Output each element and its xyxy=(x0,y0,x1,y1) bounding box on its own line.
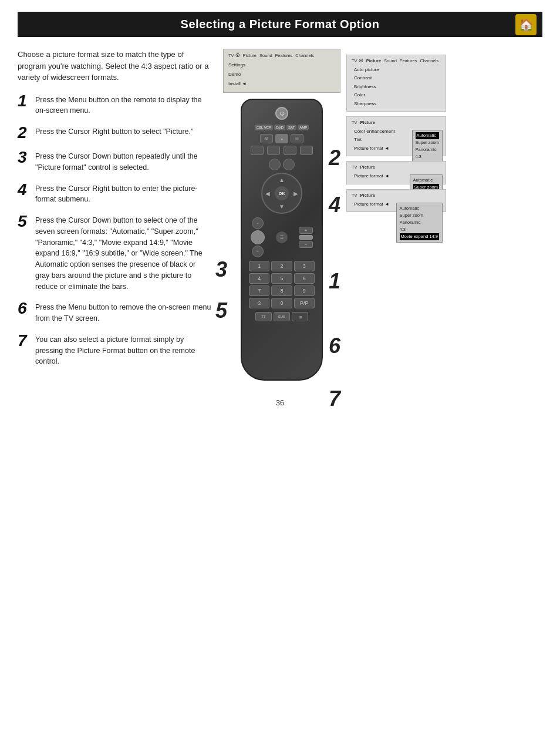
nav-btn-right-top[interactable]: ⊟ xyxy=(291,134,303,143)
power-button[interactable]: ⏻ xyxy=(275,107,288,120)
step-overlay-2: 2 xyxy=(329,146,340,170)
num-5-button[interactable]: 5 xyxy=(271,273,292,284)
sub3-automatic: Automatic xyxy=(413,177,439,184)
ch-plus-button[interactable]: + xyxy=(299,227,313,234)
plus-left-button[interactable]: + xyxy=(252,217,264,229)
num-3-button[interactable]: 3 xyxy=(294,261,315,271)
nav-btn-left[interactable] xyxy=(251,146,264,155)
minus-left-button[interactable]: − xyxy=(252,246,264,257)
sub4-movie: Movie expand 14:9 xyxy=(400,233,439,240)
step-overlay-1: 1 xyxy=(329,269,340,294)
sub-automatic: Automatic xyxy=(416,132,439,139)
subtitle-button[interactable]: SUB xyxy=(274,312,290,321)
step-2-number: 2 xyxy=(18,125,29,141)
demo-item: Demo xyxy=(228,70,247,79)
step-2-text: Press the Cursor Right button to select … xyxy=(35,125,193,137)
step-5-text: Press the Cursor Down button to select o… xyxy=(35,213,211,292)
sub-super-zoom: Super zoom xyxy=(416,139,439,146)
num-pp-button[interactable]: P/P xyxy=(294,298,315,308)
menu-button-center: ☰ xyxy=(276,231,288,243)
sub4-panoramic: Panoramic xyxy=(400,219,439,226)
num-9-button[interactable]: 9 xyxy=(294,285,315,296)
menu-button[interactable]: ☰ xyxy=(276,231,288,243)
nav-top-row: ⚙ ● ⊟ xyxy=(248,134,316,143)
step-4-text: Press the Cursor Right button to enter t… xyxy=(35,182,211,206)
main-content: Choose a picture format size to match th… xyxy=(18,49,542,381)
nav-btn-left-top[interactable]: ⚙ xyxy=(260,134,273,143)
nav-circle[interactable]: ▲ ▼ ◀ ▶ OK xyxy=(261,173,302,214)
step-7: 7 You can also select a picture format s… xyxy=(18,332,211,367)
nav-area: ▲ ▼ ◀ ▶ OK xyxy=(248,159,316,214)
scr4-picture: Picture xyxy=(360,193,375,198)
sub4-automatic: Automatic xyxy=(400,205,439,212)
scr1-menubar: TV ⦿ Picture Sound Features Channels xyxy=(352,58,441,63)
nav-btn-4[interactable] xyxy=(300,146,313,155)
scr3-tv: TV xyxy=(352,164,357,170)
nav-up-arrow: ▲ xyxy=(279,177,285,183)
num-10-button[interactable]: ⊙ xyxy=(249,298,269,308)
scr2-tv: TV xyxy=(352,120,357,125)
remote-body: ⏻ CBL VCR DVD SAT AMP ⚙ ● ⊟ xyxy=(241,99,323,381)
right-column: TV ⦿ Picture Sound Features Channels Set… xyxy=(223,49,542,381)
scr3-menubar: TV Picture xyxy=(352,164,441,170)
screenshots-column: TV ⦿ Picture Sound Features Channels Aut… xyxy=(346,49,446,381)
scr1-picture: Picture xyxy=(366,58,381,63)
step-4: 4 Press the Cursor Right button to enter… xyxy=(18,182,211,206)
scr2-menubar: TV Picture xyxy=(352,120,441,125)
left-dial[interactable] xyxy=(251,230,265,244)
num-0-button[interactable]: 0 xyxy=(271,298,292,308)
nav-btn-3[interactable] xyxy=(284,146,296,155)
num-7-button[interactable]: 7 xyxy=(249,285,269,296)
page-title: Selecting a Picture Format Option xyxy=(181,18,380,31)
screenshot-1: TV ⦿ Picture Sound Features Channels Aut… xyxy=(346,55,446,112)
left-controls: + − xyxy=(251,217,265,257)
dvd-button[interactable]: DVD xyxy=(274,125,285,130)
step-1: 1 Press the Menu button on the remote to… xyxy=(18,93,211,117)
teletext-button[interactable]: TT xyxy=(255,312,272,321)
step-1-number: 1 xyxy=(18,93,29,109)
num-6-button[interactable]: 6 xyxy=(294,273,315,284)
step-1-text: Press the Menu button on the remote to d… xyxy=(35,93,211,117)
color-button[interactable]: ● xyxy=(275,134,288,143)
nav-btn-2[interactable] xyxy=(267,146,280,155)
step-3: 3 Press the Cursor Down button repeatedl… xyxy=(18,149,211,173)
right-controls: + − xyxy=(299,227,313,248)
sub4-43: 4:3 xyxy=(400,226,439,233)
step-5: 5 Press the Cursor Down button to select… xyxy=(18,213,211,292)
page-number: 36 xyxy=(18,398,542,407)
step-5-number: 5 xyxy=(18,213,29,230)
sub-panoramic: Panoramic xyxy=(416,146,439,153)
number-pad: 1 2 3 4 5 6 7 8 9 ⊙ 0 P/P xyxy=(249,261,315,308)
step-overlay-7: 7 xyxy=(329,387,340,411)
settings-items: Settings Demo Install ◄ xyxy=(228,61,247,89)
page: Selecting a Picture Format Option 🏠 Choo… xyxy=(0,0,560,729)
sat-button[interactable]: SAT xyxy=(286,125,296,130)
amp-button[interactable]: AMP xyxy=(298,125,309,130)
scr4-tv: TV xyxy=(352,193,357,198)
num-2-button[interactable]: 2 xyxy=(271,261,292,271)
format-button[interactable]: ⊞ xyxy=(292,312,308,321)
ok-button[interactable]: OK xyxy=(275,186,289,200)
step-3-text: Press the Cursor Down button repeatedly … xyxy=(35,149,211,173)
step-7-number: 7 xyxy=(18,332,29,349)
circle-btn-2[interactable] xyxy=(283,159,295,170)
ch-minus-button[interactable]: − xyxy=(299,241,313,248)
menu-bar-1: TV ⦿ Picture Sound Features Channels xyxy=(228,53,335,58)
circle-btn-1[interactable] xyxy=(269,159,281,170)
step-overlay-6: 6 xyxy=(329,334,340,358)
scr1-color: Color xyxy=(354,91,441,99)
scr1-sharpness: Sharpness xyxy=(354,100,441,108)
bottom-row: TT SUB ⊞ xyxy=(248,312,316,321)
num-1-button[interactable]: 1 xyxy=(249,261,269,271)
step-6-number: 6 xyxy=(18,300,29,317)
screenshot-3: TV Picture Picture format ◄ Automatic Su… xyxy=(346,161,446,184)
settings-item: Settings xyxy=(228,61,247,70)
menu-picture: Picture xyxy=(243,53,257,58)
screenshot-4: TV Picture Picture format ◄ Automatic Su… xyxy=(346,189,446,212)
intro-text: Choose a picture format size to match th… xyxy=(18,49,211,83)
num-8-button[interactable]: 8 xyxy=(271,285,292,296)
source-row: CBL VCR DVD SAT AMP xyxy=(248,125,316,130)
cbl-vcr-button[interactable]: CBL VCR xyxy=(255,125,274,130)
num-4-button[interactable]: 4 xyxy=(249,273,269,284)
menu-features: Features xyxy=(275,53,293,58)
